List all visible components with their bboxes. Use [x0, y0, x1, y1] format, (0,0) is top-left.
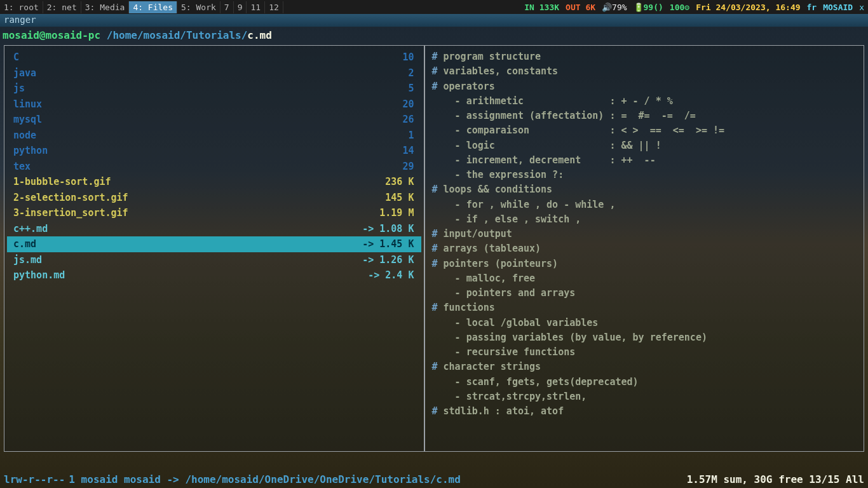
preview-line: # loops && conditions [428, 182, 861, 197]
file-size: 26 [402, 112, 414, 127]
file-size: -> 2.4 K [368, 268, 414, 283]
file-name: c.md [13, 237, 36, 252]
window-titlebar: ranger [0, 14, 868, 27]
preview-line: # character strings [428, 360, 861, 374]
file-row[interactable]: java2 [7, 65, 421, 81]
file-size: 2 [408, 66, 414, 81]
file-row[interactable]: 1-bubble-sort.gif236 K [7, 174, 421, 190]
preview-line: - if , else , switch , [428, 212, 861, 227]
file-name: tex [13, 159, 31, 174]
preview-line: # input/output [428, 227, 861, 241]
preview-line: # variables, constants [428, 64, 861, 79]
file-name: 3-insertion_sort.gif [13, 206, 128, 220]
file-name: c++.md [13, 222, 48, 236]
preview-pane: # program structure# variables, constant… [425, 46, 864, 451]
file-size: -> 1.08 K [362, 222, 414, 236]
file-row[interactable]: node1 [7, 128, 421, 144]
preview-line: - assignment (affectation) : = #= -= /= [428, 109, 861, 123]
preview-line: # stdlib.h : atoi, atof [428, 404, 861, 419]
preview-line: - pointers and arrays [428, 286, 861, 301]
close-icon[interactable]: x [859, 3, 864, 12]
preview-line: - comparaison : < > == <= >= != [428, 123, 861, 138]
file-list-pane[interactable]: C10java2js5linux20mysql26node1python14te… [4, 46, 425, 451]
file-name: mysql [13, 112, 42, 127]
file-size: 20 [402, 97, 414, 112]
path-breadcrumb: mosaid@mosaid-pc /home/mosaid/Tutorials/… [0, 27, 868, 43]
top-bar: 1: root2: net3: Media4: Files5: Work7911… [0, 0, 868, 14]
preview-line: - scanf, fgets, gets(deprecated) [428, 375, 861, 390]
file-name: 1-bubble-sort.gif [13, 175, 111, 189]
workspace-tab[interactable]: 3: Media [81, 1, 130, 13]
path-directory: /home/mosaid/Tutorials/ [100, 29, 247, 41]
preview-line: - logic : && || ! [428, 139, 861, 153]
file-size: 14 [402, 144, 414, 158]
preview-line: - arithmetic : + - / * % [428, 94, 861, 109]
preview-line: # operators [428, 79, 861, 94]
volume-indicator[interactable]: 🔊79% [602, 3, 627, 12]
cpu-indicator: 100⚙ [670, 3, 689, 12]
file-name: python [13, 144, 48, 158]
file-size: -> 1.45 K [362, 237, 414, 252]
preview-line: - malloc, free [428, 271, 861, 286]
battery-indicator: 🔋99() [634, 3, 663, 12]
preview-line: - increment, decrement : ++ -- [428, 153, 861, 168]
file-name: js.md [13, 253, 42, 268]
workspace-tab[interactable]: 4: Files [129, 1, 177, 13]
file-row[interactable]: tex29 [7, 159, 421, 175]
file-size: 5 [408, 81, 414, 96]
topbar-right: IN 133K OUT 6K 🔊79% 🔋99() 100⚙ Fri 24/03… [524, 3, 868, 12]
file-row[interactable]: c.md-> 1.45 K [7, 236, 421, 252]
file-size: -> 1.26 K [362, 253, 414, 268]
status-permissions: lrw-r--r-- [4, 473, 65, 485]
workspace-list: 1: root2: net3: Media4: Files5: Work7911… [0, 1, 283, 13]
file-row[interactable]: python.md-> 2.4 K [7, 268, 421, 283]
file-name: js [13, 81, 25, 96]
file-size: 1 [408, 128, 414, 143]
path-userhost: mosaid@mosaid-pc [3, 29, 100, 41]
preview-line: - strcat,strcpy,strlen, [428, 390, 861, 404]
preview-line: - for , while , do - while , [428, 198, 861, 212]
net-out-indicator: OUT 6K [566, 3, 595, 12]
status-bar: lrw-r--r-- 1 mosaid mosaid -> /home/mosa… [0, 471, 868, 488]
file-row[interactable]: C10 [7, 50, 421, 65]
file-size: 10 [402, 50, 414, 65]
file-row[interactable]: python14 [7, 143, 421, 159]
user-label: MOSAID [823, 3, 853, 12]
workspace-tab[interactable]: 7 [220, 1, 234, 13]
workspace-tab[interactable]: 9 [234, 1, 247, 13]
workspace-tab[interactable]: 11 [247, 1, 265, 13]
file-size: 1.19 M [379, 206, 414, 220]
net-in-indicator: IN 133K [524, 3, 559, 12]
preview-line: - the expression ?: [428, 168, 861, 182]
keyboard-layout[interactable]: fr [807, 3, 817, 12]
file-row[interactable]: js.md-> 1.26 K [7, 252, 421, 268]
file-row[interactable]: 3-insertion_sort.gif1.19 M [7, 205, 421, 221]
file-size: 29 [402, 159, 414, 174]
file-name: python.md [13, 268, 65, 283]
workspace-tab[interactable]: 12 [265, 1, 283, 13]
workspace-tab[interactable]: 5: Work [177, 1, 220, 13]
preview-line: # pointers (pointeurs) [428, 257, 861, 271]
status-summary: 1.57M sum, 30G free 13/15 All [687, 473, 864, 485]
file-row[interactable]: js5 [7, 81, 421, 97]
file-row[interactable]: linux20 [7, 97, 421, 112]
file-size: 145 K [385, 191, 414, 205]
workspace-tab[interactable]: 1: root [0, 1, 43, 13]
preview-line: # functions [428, 301, 861, 315]
file-name: linux [13, 97, 42, 112]
status-path: 1 mosaid mosaid -> /home/mosaid/OneDrive… [69, 473, 461, 485]
workspace-tab[interactable]: 2: net [43, 1, 81, 13]
path-filename: c.md [247, 29, 272, 41]
file-size: 236 K [385, 175, 414, 189]
preview-line: # arrays (tableaux) [428, 241, 861, 256]
file-name: 2-selection-sort.gif [13, 191, 128, 205]
preview-line: - passing variables (by value, by refere… [428, 330, 861, 345]
file-name: node [13, 128, 36, 143]
file-row[interactable]: c++.md-> 1.08 K [7, 221, 421, 237]
file-name: java [13, 66, 36, 81]
file-row[interactable]: mysql26 [7, 112, 421, 128]
preview-line: # program structure [428, 50, 861, 64]
preview-line: - local /global variables [428, 316, 861, 330]
preview-line: - recursive functions [428, 345, 861, 360]
file-row[interactable]: 2-selection-sort.gif145 K [7, 190, 421, 206]
